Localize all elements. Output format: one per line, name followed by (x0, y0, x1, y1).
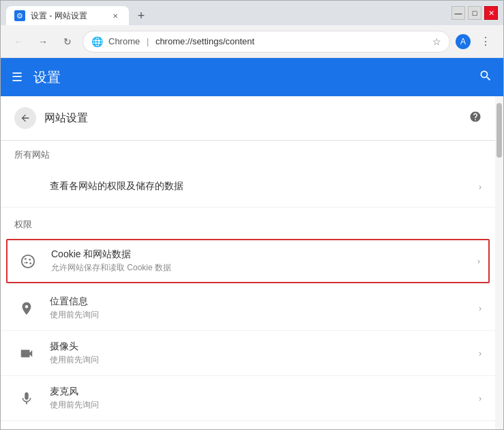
hamburger-menu-icon[interactable]: ☰ (12, 70, 23, 85)
navbar: ← → ↻ 🌐 Chrome | chrome://settings/conte… (1, 25, 503, 58)
menu-button[interactable]: ⋮ (476, 32, 495, 51)
settings-main: 网站设置 所有网站 查看各网站的权限及储存的数据 › 权限 (1, 96, 495, 429)
address-separator: | (147, 36, 149, 46)
section-title: 网站设置 (44, 111, 469, 126)
camera-arrow-icon: › (479, 349, 481, 358)
location-text: 位置信息 使用前先询问 (50, 296, 479, 321)
view-sites-item[interactable]: 查看各网站的权限及储存的数据 › (1, 167, 495, 207)
svg-point-2 (29, 258, 31, 260)
camera-icon (14, 341, 39, 366)
close-button[interactable]: ✕ (484, 6, 498, 20)
microphone-icon (14, 386, 39, 411)
forward-button[interactable]: → (33, 32, 53, 51)
cookie-arrow-icon: › (477, 257, 480, 266)
minimize-button[interactable]: — (451, 6, 465, 20)
tab-bar: ⚙ 设置 - 网站设置 ✕ + (6, 1, 451, 25)
titlebar: ⚙ 设置 - 网站设置 ✕ + — □ ✕ (1, 1, 503, 25)
camera-item[interactable]: 摄像头 使用前先询问 › (1, 331, 495, 376)
permissions-label: 权限 (1, 207, 495, 236)
location-icon (14, 296, 39, 321)
view-sites-title: 查看各网站的权限及储存的数据 (50, 180, 479, 192)
secure-icon: 🌐 (91, 36, 103, 47)
maximize-button[interactable]: □ (468, 6, 481, 20)
arrow-icon: › (479, 182, 481, 192)
active-tab[interactable]: ⚙ 设置 - 网站设置 ✕ (6, 6, 129, 25)
tab-title: 设置 - 网站设置 (31, 10, 104, 22)
gear-icon: ⚙ (16, 12, 23, 20)
cookie-title: Cookie 和网站数据 (51, 248, 477, 261)
camera-title: 摄像头 (50, 341, 479, 353)
address-text: Chrome | chrome://settings/content (108, 36, 427, 46)
cookie-icon (16, 249, 40, 274)
view-sites-text: 查看各网站的权限及储存的数据 (50, 180, 479, 194)
location-arrow-icon: › (479, 304, 481, 313)
settings-content: 网站设置 所有网站 查看各网站的权限及储存的数据 › 权限 (1, 96, 503, 429)
cookie-text: Cookie 和网站数据 允许网站保存和读取 Cookie 数据 (51, 248, 477, 274)
microphone-text: 麦克风 使用前先询问 (50, 386, 479, 411)
settings-search-icon[interactable] (479, 69, 492, 86)
scrollbar-thumb[interactable] (496, 103, 502, 158)
microphone-arrow-icon: › (479, 394, 481, 403)
back-button[interactable]: ← (9, 32, 28, 51)
svg-point-3 (26, 261, 28, 263)
svg-point-1 (25, 257, 27, 259)
address-url: chrome://settings/content (155, 36, 254, 46)
location-subtitle: 使用前先询问 (50, 309, 479, 321)
reload-button[interactable]: ↻ (58, 32, 77, 51)
cookie-item[interactable]: Cookie 和网站数据 允许网站保存和读取 Cookie 数据 › (6, 239, 490, 283)
microphone-title: 麦克风 (50, 386, 479, 398)
address-chrome-label: Chrome (108, 36, 140, 46)
microphone-subtitle: 使用前先询问 (50, 399, 479, 411)
section-header: 网站设置 (1, 96, 495, 141)
camera-text: 摄像头 使用前先询问 (50, 341, 479, 366)
all-sites-label: 所有网站 (1, 141, 495, 167)
cookie-subtitle: 允许网站保存和读取 Cookie 数据 (51, 262, 477, 274)
location-item[interactable]: 位置信息 使用前先询问 › (1, 286, 495, 331)
browser-window: ⚙ 设置 - 网站设置 ✕ + — □ ✕ ← → ↻ 🌐 Chrome | c… (0, 0, 504, 430)
profile-button[interactable]: A (456, 34, 471, 49)
microphone-item[interactable]: 麦克风 使用前先询问 › (1, 376, 495, 421)
location-title: 位置信息 (50, 296, 479, 308)
scrollbar[interactable] (495, 96, 503, 429)
svg-point-5 (25, 261, 26, 263)
svg-point-4 (29, 262, 31, 264)
settings-title: 设置 (33, 68, 479, 87)
tab-favicon: ⚙ (14, 10, 25, 21)
svg-point-0 (22, 255, 34, 267)
window-controls: — □ ✕ (451, 6, 498, 20)
back-nav-button[interactable] (14, 107, 36, 129)
address-bar[interactable]: 🌐 Chrome | chrome://settings/content ☆ (83, 31, 450, 53)
help-icon[interactable] (469, 111, 481, 126)
bookmark-star-icon[interactable]: ☆ (432, 36, 441, 47)
content-area: 网站设置 所有网站 查看各网站的权限及储存的数据 › 权限 (1, 96, 495, 421)
new-tab-button[interactable]: + (132, 6, 151, 25)
settings-header: ☰ 设置 (1, 58, 503, 96)
camera-subtitle: 使用前先询问 (50, 354, 479, 366)
tab-close-button[interactable]: ✕ (110, 10, 121, 21)
